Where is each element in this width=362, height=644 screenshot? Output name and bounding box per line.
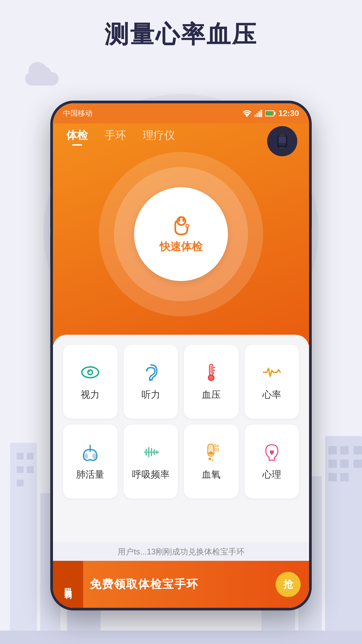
lung-icon <box>80 442 100 462</box>
psychology-label: 心理 <box>262 468 281 481</box>
tab-tijian[interactable]: 体检 <box>66 128 88 146</box>
svg-rect-5 <box>17 480 23 486</box>
svg-rect-31 <box>0 631 362 644</box>
svg-rect-43 <box>279 147 285 149</box>
stethoscope-icon <box>169 214 194 239</box>
center-button-label: 快速体检 <box>160 239 202 254</box>
svg-rect-42 <box>279 134 285 136</box>
circles-container: 快速体检 <box>97 150 265 318</box>
power-button <box>311 195 312 228</box>
svg-point-54 <box>149 379 152 381</box>
svg-rect-4 <box>27 466 34 473</box>
svg-point-80 <box>208 458 211 460</box>
blood-oxygen-label: 血氧 <box>202 468 221 481</box>
battery-icon <box>265 110 276 117</box>
svg-rect-28 <box>354 460 362 468</box>
quick-exam-button[interactable]: 快速体检 <box>134 187 228 281</box>
vision-label: 视力 <box>81 388 100 401</box>
grab-label: 抢 <box>283 578 293 591</box>
svg-point-53 <box>88 371 90 372</box>
svg-rect-2 <box>27 453 34 460</box>
svg-rect-30 <box>340 473 349 481</box>
blood-oxygen-icon: Sa O2 <box>201 442 221 462</box>
svg-rect-29 <box>328 473 337 481</box>
svg-rect-77 <box>208 451 213 455</box>
notification-text: 用户ts...13刚刚成功兑换体检宝手环 <box>118 546 244 557</box>
heart-rate-icon <box>262 362 282 382</box>
menu-item-hearing[interactable]: 听力 <box>124 345 178 419</box>
header-area: 中国移动 <box>53 103 309 345</box>
content-area: 视力 听力 <box>53 335 309 608</box>
menu-item-heart-rate[interactable]: 心率 <box>245 345 299 419</box>
svg-text:O2: O2 <box>214 447 219 452</box>
svg-rect-23 <box>328 446 337 454</box>
menu-item-blood-oxygen[interactable]: Sa O2 血氧 <box>184 425 239 498</box>
tab-liaoyi[interactable]: 理疗仪 <box>143 128 175 146</box>
svg-point-58 <box>209 376 213 380</box>
lung-label: 肺活量 <box>76 468 104 481</box>
status-bar: 中国移动 <box>53 103 309 123</box>
svg-rect-24 <box>340 446 349 454</box>
heart-rate-label: 心率 <box>262 388 281 401</box>
svg-rect-56 <box>210 366 212 374</box>
svg-rect-25 <box>354 446 362 454</box>
svg-rect-76 <box>208 445 213 451</box>
svg-point-62 <box>84 453 88 459</box>
menu-item-blood-pressure[interactable]: 血压 <box>184 345 239 419</box>
grid-menu: 视力 听力 <box>63 345 299 498</box>
phone-frame: 中国移动 <box>50 101 312 610</box>
svg-rect-38 <box>274 112 276 115</box>
cloud-decoration <box>22 65 62 86</box>
svg-rect-36 <box>260 110 262 117</box>
volume-down-button <box>50 235 51 265</box>
svg-rect-1 <box>17 453 23 460</box>
breathing-icon <box>141 442 161 462</box>
thermometer-icon <box>201 362 221 382</box>
blood-pressure-label: 血压 <box>202 388 221 401</box>
svg-rect-3 <box>17 466 23 473</box>
svg-rect-35 <box>258 111 260 117</box>
notification-bar: 用户ts...13刚刚成功兑换体检宝手环 <box>53 542 309 561</box>
menu-item-lung[interactable]: 肺活量 <box>63 425 118 498</box>
menu-item-psychology[interactable]: 心理 <box>245 425 299 498</box>
svg-point-63 <box>92 453 96 459</box>
bottom-banner[interactable]: 限时福利 免费领取体检宝手环 抢 <box>53 561 309 608</box>
mute-button <box>50 168 51 188</box>
psychology-icon <box>262 442 282 462</box>
svg-point-81 <box>212 459 214 461</box>
banner-main-text: 免费领取体检宝手环 <box>90 577 276 592</box>
svg-rect-34 <box>256 113 258 117</box>
carrier-label: 中国移动 <box>63 108 93 118</box>
hearing-icon <box>141 362 161 382</box>
svg-rect-33 <box>254 114 256 117</box>
background: 测量心率血压 中国移动 <box>0 0 362 644</box>
svg-rect-44 <box>279 137 286 143</box>
tab-shouhuan[interactable]: 手环 <box>105 128 126 146</box>
svg-rect-26 <box>328 460 337 468</box>
signal-icon <box>254 110 262 117</box>
phone-screen: 中国移动 <box>53 103 309 608</box>
banner-badge: 限时福利 <box>53 561 83 608</box>
menu-item-vision[interactable]: 视力 <box>63 345 118 419</box>
page-title: 测量心率血压 <box>0 18 362 51</box>
breathing-label: 呼吸频率 <box>132 468 170 481</box>
menu-item-breathing[interactable]: 呼吸频率 <box>124 425 178 498</box>
svg-marker-32 <box>244 114 250 117</box>
svg-rect-39 <box>266 111 273 115</box>
hearing-label: 听力 <box>141 388 160 401</box>
banner-badge-text: 限时福利 <box>63 582 73 586</box>
grab-button[interactable]: 抢 <box>276 572 301 597</box>
wifi-icon <box>242 110 252 117</box>
vision-icon <box>80 362 100 382</box>
time-label: 12:30 <box>279 109 299 118</box>
wearable-badge[interactable]: 测 <box>267 126 297 156</box>
wearable-label: 测 <box>294 149 297 156</box>
wearable-icon <box>274 132 291 151</box>
svg-point-47 <box>186 225 188 227</box>
status-icons: 12:30 <box>242 109 299 118</box>
volume-up-button <box>50 198 51 228</box>
svg-rect-27 <box>340 460 349 468</box>
